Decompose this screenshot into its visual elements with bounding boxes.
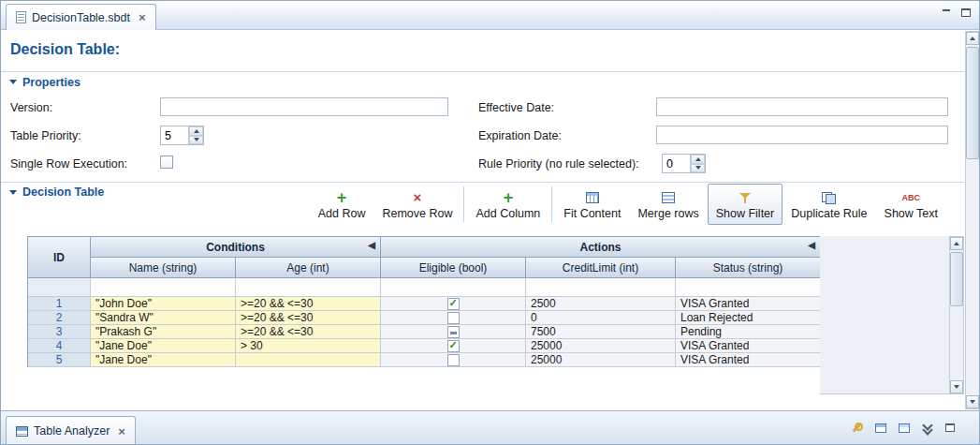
- table-priority-input[interactable]: [161, 126, 188, 144]
- decision-table-section-header[interactable]: Decision Table: [1, 182, 263, 202]
- eligible-cell[interactable]: [381, 311, 526, 325]
- version-input[interactable]: [160, 97, 448, 116]
- filter-cell[interactable]: [381, 278, 526, 297]
- scroll-up-button[interactable]: [966, 32, 979, 45]
- name-cell[interactable]: "Prakash G": [91, 325, 236, 339]
- add-row-button[interactable]: Add Row: [310, 184, 374, 225]
- name-cell[interactable]: "Jane Doe": [91, 339, 236, 353]
- creditlimit-cell[interactable]: 7500: [526, 325, 676, 339]
- filter-cell[interactable]: [676, 278, 821, 297]
- scroll-up-button[interactable]: [950, 237, 963, 250]
- open-view-icon[interactable]: [875, 423, 886, 433]
- editor-tab-label: DecisionTable.sbdt: [32, 11, 130, 24]
- filter-cell[interactable]: [28, 278, 91, 297]
- conditions-group-header[interactable]: Conditions ◀: [91, 237, 381, 258]
- creditlimit-cell[interactable]: 0: [526, 311, 676, 325]
- age-cell[interactable]: > 30: [236, 339, 381, 353]
- fit-content-button[interactable]: Fit Content: [555, 184, 629, 225]
- status-cell[interactable]: Loan Rejected: [676, 311, 821, 325]
- spin-down-button[interactable]: [189, 136, 203, 145]
- wrench-icon[interactable]: [851, 422, 863, 434]
- age-cell[interactable]: >=20 && <=30: [236, 311, 381, 325]
- status-cell[interactable]: Pending: [676, 325, 821, 339]
- maximize-view-icon[interactable]: [945, 423, 955, 432]
- duplicate-rule-button[interactable]: Duplicate Rule: [783, 184, 875, 225]
- table-analyzer-tab[interactable]: Table Analyzer: [6, 416, 136, 445]
- scrollbar-thumb[interactable]: [950, 252, 963, 306]
- actions-group-header[interactable]: Actions ◀: [381, 237, 821, 258]
- status-cell[interactable]: VISA Granted: [676, 353, 821, 367]
- abc-icon: ABC: [902, 191, 921, 204]
- scroll-down-button[interactable]: [966, 395, 979, 408]
- eligible-checkbox[interactable]: [447, 354, 460, 366]
- spin-down-button[interactable]: [691, 164, 705, 173]
- maximize-icon[interactable]: [961, 8, 971, 17]
- arrow-up-icon: [194, 129, 199, 133]
- show-filter-button[interactable]: Show Filter: [708, 184, 783, 225]
- merge-rows-button[interactable]: Merge rows: [629, 184, 707, 225]
- tab-close-icon[interactable]: [139, 11, 146, 23]
- age-column-header[interactable]: Age (int): [236, 258, 381, 278]
- rule-priority-stepper[interactable]: [662, 154, 706, 173]
- rule-priority-input[interactable]: [663, 155, 690, 172]
- row-id-cell[interactable]: 5: [28, 353, 91, 367]
- eligible-checkbox[interactable]: [447, 340, 460, 352]
- creditlimit-column-header[interactable]: CreditLimit (int): [526, 258, 676, 278]
- properties-section-header[interactable]: Properties: [1, 71, 964, 92]
- effective-date-input[interactable]: [656, 97, 948, 116]
- detach-view-icon[interactable]: [899, 423, 910, 433]
- add-icon: [337, 191, 347, 204]
- spin-up-button[interactable]: [691, 155, 705, 164]
- eligible-checkbox[interactable]: [447, 326, 460, 338]
- single-row-execution-checkbox[interactable]: [160, 156, 173, 169]
- name-cell[interactable]: "John Doe": [91, 297, 236, 311]
- age-cell[interactable]: >=20 && <=30: [236, 325, 381, 339]
- scroll-down-button[interactable]: [950, 380, 963, 393]
- filter-cell[interactable]: [526, 278, 676, 297]
- add-column-button[interactable]: Add Column: [467, 184, 549, 225]
- row-id-cell[interactable]: 4: [28, 339, 91, 353]
- status-cell[interactable]: VISA Granted: [676, 297, 821, 311]
- eligible-checkbox[interactable]: [447, 312, 460, 324]
- name-cell[interactable]: "Jane Doe": [91, 353, 236, 367]
- arrow-up-icon: [695, 157, 701, 161]
- editor-scrollbar[interactable]: [965, 31, 980, 409]
- collapse-group-icon[interactable]: ◀: [368, 240, 375, 250]
- creditlimit-cell[interactable]: 25000: [526, 339, 676, 353]
- tab-close-icon[interactable]: [118, 425, 125, 438]
- minimize-icon[interactable]: [942, 7, 951, 17]
- table-scrollbar[interactable]: [949, 236, 964, 394]
- row-id-cell[interactable]: 1: [28, 297, 91, 311]
- minimize-view-icon[interactable]: [922, 423, 933, 433]
- filter-cell[interactable]: [236, 278, 381, 297]
- row-id-cell[interactable]: 3: [28, 325, 91, 339]
- expiration-date-input[interactable]: [656, 126, 948, 144]
- creditlimit-cell[interactable]: 25000: [526, 353, 676, 367]
- spin-up-button[interactable]: [189, 126, 203, 136]
- eligible-cell[interactable]: [381, 297, 526, 311]
- eligible-checkbox[interactable]: [447, 298, 460, 310]
- eligible-cell[interactable]: [381, 353, 526, 367]
- age-cell[interactable]: [236, 353, 381, 367]
- status-cell[interactable]: VISA Granted: [676, 339, 821, 353]
- row-id-cell[interactable]: 2: [28, 311, 91, 325]
- remove-row-button[interactable]: Remove Row: [373, 184, 461, 225]
- creditlimit-cell[interactable]: 2500: [526, 297, 676, 311]
- editor-tab[interactable]: DecisionTable.sbdt: [6, 4, 156, 30]
- bottom-view-bar: Table Analyzer: [1, 410, 979, 445]
- table-priority-stepper[interactable]: [160, 126, 204, 145]
- eligible-column-header[interactable]: Eligible (bool): [381, 258, 526, 278]
- collapse-triangle-icon[interactable]: [9, 190, 17, 195]
- id-column-header[interactable]: ID: [28, 237, 91, 278]
- collapse-triangle-icon[interactable]: [9, 80, 17, 84]
- scrollbar-thumb[interactable]: [966, 47, 979, 159]
- eligible-cell[interactable]: [381, 325, 526, 339]
- show-text-button[interactable]: ABC Show Text: [876, 184, 946, 225]
- status-column-header[interactable]: Status (string): [676, 258, 821, 278]
- name-column-header[interactable]: Name (string): [91, 258, 236, 278]
- collapse-group-icon[interactable]: ◀: [808, 240, 815, 250]
- name-cell[interactable]: "Sandra W": [91, 311, 236, 325]
- filter-cell[interactable]: [91, 278, 236, 297]
- eligible-cell[interactable]: [381, 339, 526, 353]
- age-cell[interactable]: >=20 && <=30: [236, 297, 381, 311]
